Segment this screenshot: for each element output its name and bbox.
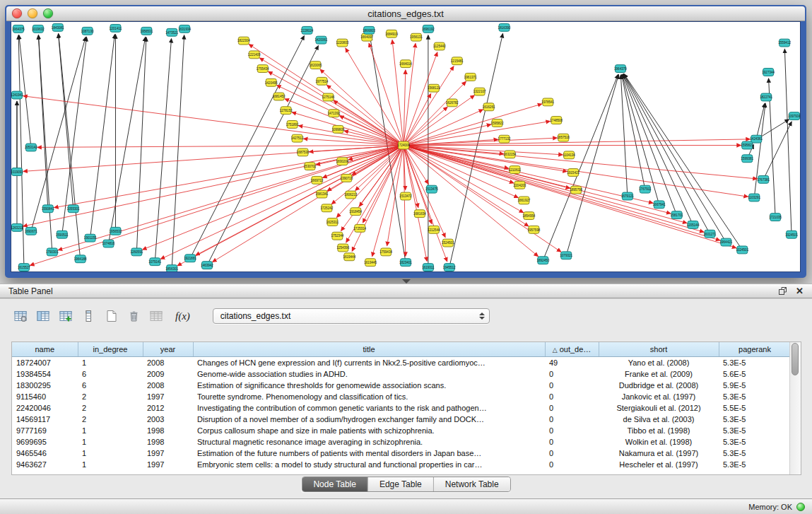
- graph-node[interactable]: 1767911: [639, 185, 652, 193]
- graph-node[interactable]: 1087130: [81, 27, 94, 35]
- graph-node[interactable]: 1956532: [110, 227, 122, 235]
- graph-node[interactable]: 1767381: [757, 175, 770, 183]
- table-cell[interactable]: Structural magnetic resonance image aver…: [193, 436, 545, 448]
- graph-node[interactable]: 1275146: [322, 93, 334, 101]
- graph-node[interactable]: 1843081: [52, 23, 64, 31]
- table-row[interactable]: 969969511998Structural magnetic resonanc…: [12, 436, 791, 448]
- graph-node[interactable]: 1390718: [340, 174, 353, 182]
- graph-node[interactable]: 1822304: [237, 37, 250, 45]
- delete-button[interactable]: [126, 309, 141, 323]
- graph-node[interactable]: 1725314: [353, 224, 366, 232]
- select-columns-button[interactable]: [35, 309, 51, 323]
- graph-node[interactable]: 1679121: [621, 192, 634, 200]
- graph-edge[interactable]: [404, 146, 447, 262]
- network-canvas[interactable]: 1724004182230412214091755434142049516814…: [11, 21, 801, 272]
- table-cell[interactable]: 1998: [143, 425, 193, 436]
- graph-node[interactable]: 1748508: [550, 117, 563, 124]
- table-cell[interactable]: 9115460: [12, 391, 78, 402]
- table-cell[interactable]: 2003: [143, 414, 193, 425]
- graph-node[interactable]: 1513472: [399, 192, 412, 200]
- table-cell[interactable]: Jankovic et al. (1997): [599, 391, 719, 402]
- table-cell[interactable]: 1: [78, 459, 143, 470]
- graph-node[interactable]: 2204203: [514, 181, 526, 189]
- graph-node[interactable]: 1957598: [527, 226, 540, 233]
- graph-node[interactable]: 1964375: [12, 25, 25, 33]
- table-cell[interactable]: 22420046: [12, 402, 78, 414]
- graph-node[interactable]: 1055301: [67, 205, 80, 213]
- table-cell[interactable]: 0: [545, 414, 599, 425]
- graph-node[interactable]: 1924501: [785, 230, 798, 238]
- table-cell[interactable]: 19384554: [12, 368, 78, 380]
- graph-node[interactable]: 1568121: [428, 84, 440, 92]
- graph-edge[interactable]: [404, 107, 447, 145]
- graph-node[interactable]: 1664014: [399, 60, 412, 68]
- table-cell[interactable]: Nakamura et al. (1997): [599, 448, 719, 459]
- graph-node[interactable]: 1759434: [379, 248, 392, 256]
- table-cell[interactable]: 5.9E-5: [719, 380, 791, 391]
- table-settings-button[interactable]: [13, 309, 28, 323]
- table-cell[interactable]: 2008: [143, 380, 193, 391]
- tab-network-table[interactable]: Network Table: [433, 477, 510, 491]
- graph-node[interactable]: 1619445: [364, 259, 377, 267]
- table-row[interactable]: 1830029562008Estimation of significance …: [12, 380, 791, 391]
- graph-edge[interactable]: [23, 96, 404, 146]
- graph-node[interactable]: 1901155: [84, 234, 97, 242]
- graph-node[interactable]: 1806213: [344, 191, 357, 199]
- graph-edge[interactable]: [404, 70, 406, 145]
- table-cell[interactable]: 1997: [143, 459, 193, 470]
- graph-node[interactable]: 1696192: [422, 25, 435, 33]
- table-cell[interactable]: 1: [78, 448, 143, 459]
- graph-node[interactable]: 1777132: [498, 135, 511, 143]
- graph-node[interactable]: 1956131: [410, 33, 423, 41]
- graph-node[interactable]: 1725242: [321, 204, 334, 212]
- graph-node[interactable]: 1822741: [760, 93, 772, 101]
- table-cell[interactable]: 2: [78, 402, 143, 414]
- table-cell[interactable]: 0: [545, 459, 599, 470]
- table-cell[interactable]: 1998: [143, 436, 193, 448]
- table-cell[interactable]: Disruption of a novel member of a sodium…: [193, 414, 545, 425]
- table-cell[interactable]: 1997: [143, 391, 193, 402]
- graph-node[interactable]: 1830204: [336, 158, 348, 165]
- panel-close-button[interactable]: ✕: [796, 286, 804, 296]
- graph-edge[interactable]: [543, 74, 618, 260]
- vertical-scrollbar[interactable]: [789, 342, 801, 474]
- table-cell[interactable]: 1997: [143, 448, 193, 459]
- graph-edge[interactable]: [160, 146, 404, 259]
- graph-node[interactable]: 1667941: [653, 201, 666, 209]
- graph-node[interactable]: 1927344: [762, 69, 775, 76]
- table-cell[interactable]: 5.3E-5: [719, 391, 791, 402]
- graph-edge[interactable]: [404, 43, 416, 145]
- graph-node[interactable]: 1254396: [336, 244, 349, 252]
- graph-edge[interactable]: [404, 95, 474, 146]
- graph-node[interactable]: 1581701: [671, 211, 683, 219]
- table-cell[interactable]: 0: [545, 425, 599, 436]
- graph-node[interactable]: 1631934: [178, 25, 191, 33]
- graph-node[interactable]: 1241941: [11, 91, 23, 99]
- graph-node[interactable]: 1823401: [399, 259, 412, 267]
- table-cell[interactable]: 5.6E-5: [719, 368, 791, 380]
- graph-node[interactable]: 1632154: [504, 151, 517, 158]
- graph-node[interactable]: 1471392: [327, 110, 340, 117]
- graph-node[interactable]: 1945512: [443, 264, 456, 271]
- graph-edge[interactable]: [18, 35, 24, 267]
- graph-edge[interactable]: [38, 35, 52, 252]
- table-row[interactable]: 911546021997Tourette syndrome. Phenomeno…: [12, 391, 791, 402]
- graph-edge[interactable]: [404, 146, 406, 257]
- table-cell[interactable]: Yano et al. (2008): [599, 357, 719, 369]
- graph-edge[interactable]: [143, 146, 404, 250]
- column-header-out_de[interactable]: △ out_de…: [545, 342, 599, 357]
- graph-node[interactable]: 1590511: [56, 230, 69, 238]
- table-cell[interactable]: 1: [78, 357, 143, 369]
- graph-node[interactable]: 1260591: [130, 248, 143, 256]
- table-cell[interactable]: 0: [545, 436, 599, 448]
- table-row[interactable]: 1938455462009Genome-wide association stu…: [12, 368, 791, 380]
- graph-node[interactable]: 1079141: [148, 258, 161, 266]
- graph-node[interactable]: 1103291: [748, 194, 760, 201]
- graph-node[interactable]: 1420061: [315, 36, 328, 44]
- table-cell[interactable]: 5.3E-5: [719, 459, 791, 470]
- table-cell[interactable]: 5.5E-5: [719, 402, 791, 414]
- table-cell[interactable]: 5.3E-5: [719, 414, 791, 425]
- new-column-button[interactable]: [58, 309, 73, 323]
- table-cell[interactable]: 9465546: [12, 448, 78, 459]
- table-cell[interactable]: 0: [545, 402, 599, 414]
